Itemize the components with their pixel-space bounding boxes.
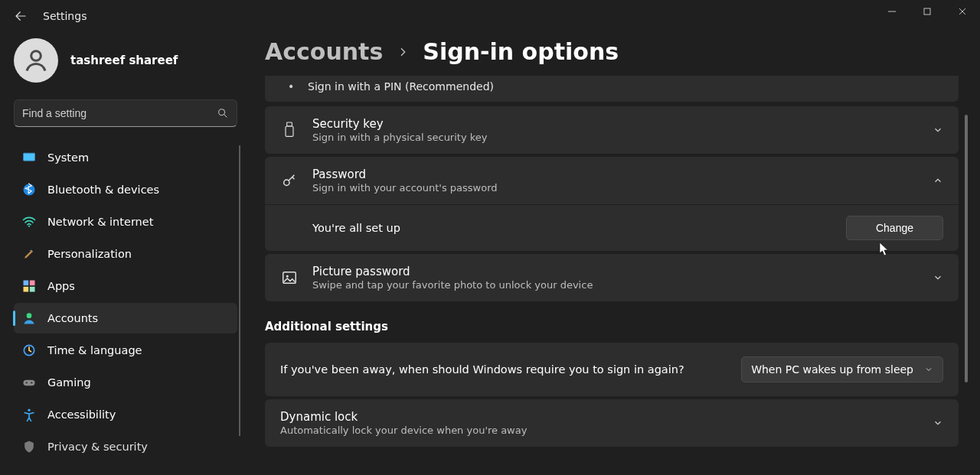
password-card-header[interactable]: Password Sign in with your account's pas… bbox=[265, 157, 959, 204]
svg-rect-3 bbox=[24, 153, 35, 161]
picture-password-card[interactable]: Picture password Swipe and tap your favo… bbox=[265, 254, 959, 301]
sidebar-item-gaming[interactable]: Gaming bbox=[14, 367, 237, 398]
svg-point-6 bbox=[28, 226, 30, 227]
away-question: If you've been away, when should Windows… bbox=[280, 363, 730, 376]
sidebar-item-personalization[interactable]: Personalization bbox=[14, 239, 237, 269]
svg-point-19 bbox=[284, 180, 289, 185]
svg-rect-20 bbox=[283, 272, 296, 284]
svg-rect-9 bbox=[24, 287, 29, 292]
main-content: Accounts Sign-in options Sign in with a … bbox=[265, 38, 969, 475]
sidebar-scrollbar[interactable] bbox=[239, 145, 240, 436]
svg-point-11 bbox=[27, 313, 32, 318]
svg-rect-13 bbox=[24, 380, 35, 386]
breadcrumb: Accounts Sign-in options bbox=[265, 38, 969, 76]
sidebar-item-label: Accessibility bbox=[47, 408, 116, 421]
card-title: Password bbox=[312, 168, 919, 181]
chevron-down-icon bbox=[933, 125, 943, 135]
sidebar-item-bluetooth[interactable]: Bluetooth & devices bbox=[14, 174, 237, 205]
chevron-right-icon bbox=[397, 46, 409, 58]
back-button[interactable] bbox=[14, 9, 28, 23]
sidebar-item-apps[interactable]: Apps bbox=[14, 271, 237, 301]
bluetooth-icon bbox=[21, 182, 37, 197]
system-icon bbox=[21, 150, 37, 165]
card-title: Security key bbox=[312, 117, 919, 131]
clock-globe-icon bbox=[21, 343, 37, 358]
gamepad-icon bbox=[21, 375, 37, 390]
shield-icon bbox=[21, 439, 37, 454]
window-controls bbox=[874, 0, 980, 23]
sidebar-item-label: Accounts bbox=[47, 312, 98, 324]
password-card: Password Sign in with your account's pas… bbox=[265, 157, 959, 251]
mouse-cursor bbox=[879, 242, 890, 257]
svg-point-16 bbox=[28, 409, 30, 412]
chevron-down-icon bbox=[924, 365, 933, 374]
sidebar-item-label: Personalization bbox=[47, 248, 132, 260]
chevron-down-icon bbox=[933, 272, 943, 283]
card-title: Dynamic lock bbox=[280, 410, 919, 424]
svg-rect-17 bbox=[287, 122, 292, 126]
wifi-icon bbox=[21, 214, 37, 229]
picture-icon bbox=[280, 268, 299, 287]
nav-list: System Bluetooth & devices Network & int… bbox=[14, 142, 251, 464]
brush-icon bbox=[21, 246, 37, 262]
dropdown-value: When PC wakes up from sleep bbox=[751, 363, 913, 376]
away-dropdown[interactable]: When PC wakes up from sleep bbox=[741, 356, 943, 382]
svg-rect-10 bbox=[30, 287, 35, 292]
sidebar-item-privacy[interactable]: Privacy & security bbox=[14, 431, 237, 462]
app-title: Settings bbox=[43, 10, 87, 22]
account-icon bbox=[21, 311, 37, 326]
svg-point-1 bbox=[31, 51, 41, 61]
username: tashreef shareef bbox=[70, 54, 178, 67]
search-input[interactable] bbox=[22, 107, 217, 119]
sidebar-item-system[interactable]: System bbox=[14, 142, 237, 173]
password-status: You're all set up bbox=[312, 222, 846, 234]
search-icon bbox=[217, 107, 229, 119]
svg-point-14 bbox=[26, 382, 28, 383]
svg-rect-7 bbox=[24, 281, 29, 286]
dynamic-lock-card[interactable]: Dynamic lock Automatically lock your dev… bbox=[265, 399, 959, 447]
additional-settings-heading: Additional settings bbox=[265, 320, 959, 333]
away-setting-row: If you've been away, when should Windows… bbox=[265, 343, 959, 396]
sidebar-item-accessibility[interactable]: Accessibility bbox=[14, 399, 237, 430]
maximize-button[interactable] bbox=[910, 0, 945, 23]
card-subtitle: Sign in with a physical security key bbox=[312, 132, 919, 143]
svg-rect-0 bbox=[924, 8, 930, 15]
sidebar-item-label: Apps bbox=[47, 280, 75, 292]
minimize-button[interactable] bbox=[874, 0, 910, 23]
chevron-down-icon bbox=[933, 418, 943, 428]
breadcrumb-parent[interactable]: Accounts bbox=[265, 38, 383, 65]
page-title: Sign-in options bbox=[423, 38, 619, 65]
profile[interactable]: tashreef shareef bbox=[14, 38, 251, 83]
sidebar-item-label: Privacy & security bbox=[47, 441, 148, 453]
chevron-up-icon bbox=[933, 175, 943, 186]
sidebar-item-label: Bluetooth & devices bbox=[47, 184, 159, 196]
sidebar-item-label: Gaming bbox=[47, 376, 91, 389]
search-box[interactable] bbox=[14, 99, 237, 127]
header: Settings bbox=[0, 0, 980, 29]
usb-key-icon bbox=[280, 121, 299, 139]
sidebar-item-label: Time & language bbox=[47, 344, 142, 356]
svg-point-2 bbox=[219, 109, 225, 115]
sidebar-item-time-language[interactable]: Time & language bbox=[14, 335, 237, 366]
sidebar-item-network[interactable]: Network & internet bbox=[14, 207, 237, 237]
svg-rect-8 bbox=[30, 281, 35, 286]
sidebar-item-label: System bbox=[47, 151, 89, 164]
pin-option-tail[interactable]: Sign in with a PIN (Recommended) bbox=[265, 76, 959, 102]
sidebar-item-label: Network & internet bbox=[47, 216, 153, 228]
svg-point-21 bbox=[286, 275, 289, 278]
card-subtitle: Swipe and tap your favorite photo to unl… bbox=[312, 279, 919, 291]
apps-icon bbox=[21, 278, 37, 294]
key-icon bbox=[280, 171, 299, 190]
change-button[interactable]: Change bbox=[846, 216, 943, 240]
svg-rect-18 bbox=[286, 126, 293, 136]
security-key-card[interactable]: Security key Sign in with a physical sec… bbox=[265, 106, 959, 154]
card-title: Picture password bbox=[312, 265, 919, 278]
avatar bbox=[14, 38, 58, 83]
password-card-body: You're all set up Change bbox=[265, 204, 959, 251]
close-button[interactable] bbox=[945, 0, 980, 23]
sidebar-item-accounts[interactable]: Accounts bbox=[14, 303, 237, 333]
card-subtitle: Automatically lock your device when you'… bbox=[280, 425, 919, 436]
accessibility-icon bbox=[21, 407, 37, 422]
svg-point-15 bbox=[31, 382, 32, 383]
main-scrollbar[interactable] bbox=[965, 115, 968, 382]
